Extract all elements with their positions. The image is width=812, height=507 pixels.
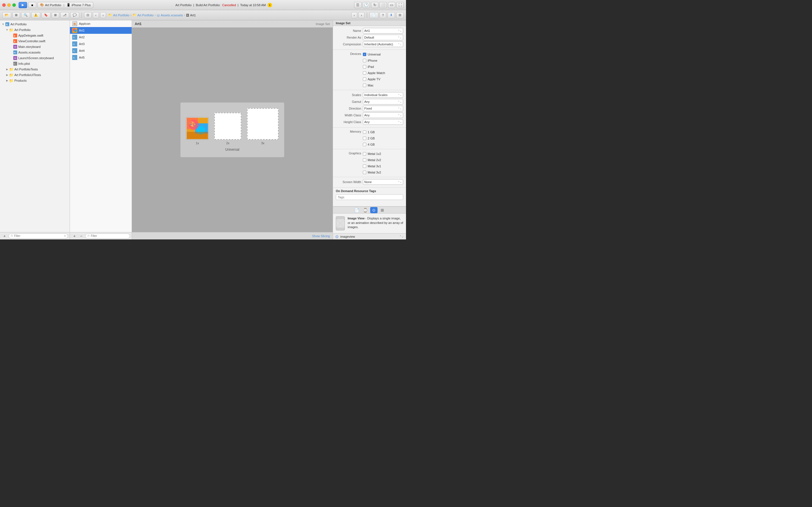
image-slot-box-2x[interactable] [214, 113, 241, 140]
comment-button[interactable]: 💬 [70, 12, 79, 18]
sidebar-item-tests[interactable]: ▶ 📁 Art PortfolioTests [0, 66, 70, 72]
nav-back-button[interactable]: ‹ [93, 12, 99, 18]
screenwidth-select[interactable]: None ⌃⌄ [363, 179, 403, 185]
sidebar-item-mainstoryboard[interactable]: ▶ SB Main.storyboard [0, 44, 70, 50]
stop-button[interactable]: ■ [28, 2, 36, 8]
split-vertical-button[interactable]: ⬜ [379, 2, 387, 8]
memory-1gb-checkbox[interactable] [363, 130, 366, 134]
metal2v2-checkbox[interactable] [363, 158, 366, 162]
sidebar-filter-input[interactable] [14, 234, 63, 237]
sidebar-item-infoplist[interactable]: ▶ PL Info.plist [0, 61, 70, 66]
clock-button[interactable]: 🕐 [363, 2, 370, 8]
bookmark-button[interactable]: 🔖 [42, 12, 50, 18]
file-item-art4[interactable]: A Art4 [70, 47, 132, 54]
sidebar-add-button[interactable]: + [2, 233, 7, 239]
toggle-root[interactable]: ▼ [1, 22, 5, 26]
clear-filter-icon[interactable]: ✕ [64, 234, 66, 237]
device-iphone-checkbox[interactable] [363, 59, 366, 62]
name-arrow: ⌃⌄ [398, 30, 402, 32]
quick-help-button[interactable]: ⬇ [388, 12, 395, 18]
file-item-appicon[interactable]: 🎨 AppIcon [70, 20, 132, 27]
sidebar-item-appdelegate[interactable]: ▶ S AppDelegate.swift [0, 33, 70, 38]
editor-view-button[interactable]: ⊡ [84, 12, 92, 18]
filelist-remove-button[interactable]: − [79, 233, 84, 239]
maximize-button[interactable] [12, 3, 16, 7]
sidebar-item-products[interactable]: ▶ 📁 Products [0, 78, 70, 83]
device-universal-checkbox[interactable] [363, 53, 366, 56]
image-slot-box-1x[interactable]: 🎨 [186, 117, 209, 140]
image-slot-2x[interactable]: 2x [214, 113, 241, 145]
toggle-artportfolio[interactable]: ▼ [5, 28, 9, 32]
inspector-tab-file[interactable]: 📄 [353, 207, 361, 213]
heightclass-select[interactable]: Any ⌃⌄ [363, 119, 403, 125]
file-item-art2[interactable]: A Art2 [70, 34, 132, 41]
full-screen-button[interactable]: ⛶ [396, 2, 404, 8]
inspector-tab-circle[interactable]: ⊙ [370, 207, 377, 213]
inspector-tab-watch[interactable]: ⌚ [362, 207, 369, 213]
sidebar-item-launchscreen[interactable]: ▶ SB LaunchScreen.storyboard [0, 55, 70, 61]
refresh-button[interactable]: ↻ [371, 2, 378, 8]
ondemand-tags-input[interactable] [336, 194, 403, 200]
breadcrumb-xcassets[interactable]: 🗂 Assets.xcassets [157, 13, 183, 17]
filelist-filter-input[interactable] [91, 234, 128, 237]
minimize-button[interactable] [7, 3, 11, 7]
warning-badge[interactable]: 1 [267, 3, 272, 7]
breadcrumb-artportfolio-folder[interactable]: 📁 Art Portfolio [108, 13, 129, 17]
compression-select[interactable]: Inherited (Automatic) ⌃⌄ [363, 41, 403, 47]
memory-2gb-checkbox[interactable] [363, 136, 366, 140]
help-inspector-button[interactable]: ? [379, 12, 386, 18]
run-button[interactable]: ▶ [18, 2, 27, 8]
sidebar-filter[interactable]: ⏱ ✕ [8, 233, 68, 238]
breadcrumb-artportfolio-group[interactable]: 📁 Art Portfolio [133, 13, 153, 17]
gamut-select[interactable]: Any ⌃⌄ [363, 99, 403, 105]
device-applewatch-checkbox[interactable] [363, 71, 366, 75]
scales-select[interactable]: Individual Scales ⌃⌄ [363, 92, 403, 98]
nav-forward-button[interactable]: › [100, 12, 106, 18]
sidebar-item-artportfolio[interactable]: ▼ 📁 Art Portfolio [0, 27, 70, 33]
toggle-uitests[interactable]: ▶ [5, 73, 9, 77]
device-appletv-checkbox[interactable] [363, 77, 366, 81]
renderas-select[interactable]: Default ⌃⌄ [363, 35, 403, 40]
metal3v2-checkbox[interactable] [363, 171, 366, 174]
filelist-filter[interactable]: ⏱ [85, 233, 130, 238]
toggle-tests[interactable]: ▶ [5, 67, 9, 71]
sidebar-item-viewcontroller[interactable]: ▶ S ViewController.swift [0, 38, 70, 44]
direction-select[interactable]: Fixed ⌃⌄ [363, 106, 403, 111]
image-slot-3x[interactable]: 3x [247, 108, 278, 145]
sidebar-label-launchscreen: LaunchScreen.storyboard [18, 56, 54, 60]
device-mac-checkbox[interactable] [363, 83, 366, 87]
nav-back2-button[interactable]: ‹ [351, 12, 357, 18]
filelist-add-button[interactable]: + [71, 233, 77, 239]
scheme-selector[interactable]: 🎨 Art Portfolio | 📱 iPhone 7 Plus [38, 2, 93, 8]
image-slot-1x[interactable]: 🎨 1x [186, 117, 209, 145]
metal3v1-checkbox[interactable] [363, 165, 366, 168]
inspector-tab-grid[interactable]: ⊞ [378, 207, 386, 213]
file-inspector-button[interactable]: 📄 [369, 12, 378, 18]
inspector-bottom-arrow[interactable]: ⌃⌄ [399, 235, 404, 238]
widthclass-select[interactable]: Any ⌃⌄ [363, 112, 403, 118]
metal1v2-checkbox[interactable] [363, 152, 366, 156]
nav-forward2-button[interactable]: › [358, 12, 364, 18]
image-slot-box-3x[interactable] [247, 108, 278, 140]
editor-list-button[interactable]: ☰ [354, 2, 361, 8]
attributes-inspector-button[interactable]: ⊟ [396, 12, 404, 18]
name-select[interactable]: Art1 ⌃⌄ [363, 28, 403, 34]
close-button[interactable] [2, 3, 6, 7]
device-ipad-checkbox[interactable] [363, 65, 366, 68]
toggle-products[interactable]: ▶ [5, 78, 9, 82]
sidebar-item-uitests[interactable]: ▶ 📁 Art PortfolioUITests [0, 72, 70, 78]
file-item-art1[interactable]: Art1 [70, 27, 132, 34]
memory-4gb-checkbox[interactable] [363, 143, 366, 146]
show-slicing-button[interactable]: Show Slicing [312, 234, 330, 238]
file-item-art5[interactable]: A Art5 [70, 54, 132, 61]
source-control-button[interactable]: ⎇ [60, 12, 69, 18]
open-folder-button[interactable]: 📂 [2, 12, 11, 18]
warning-button[interactable]: ⚠️ [31, 12, 40, 18]
sidebar-item-assets[interactable]: ▶ XC Assets.xcassets [0, 50, 70, 55]
file-item-art3[interactable]: A Art3 [70, 41, 132, 47]
search-button[interactable]: 🔍 [21, 12, 30, 18]
grid-button[interactable]: ⊞ [52, 12, 59, 18]
view-button[interactable]: ⊞ [12, 12, 20, 18]
sidebar-item-root[interactable]: ▼ A Art Portfolio [0, 21, 70, 27]
split-horizontal-button[interactable]: ▭ [388, 2, 395, 8]
